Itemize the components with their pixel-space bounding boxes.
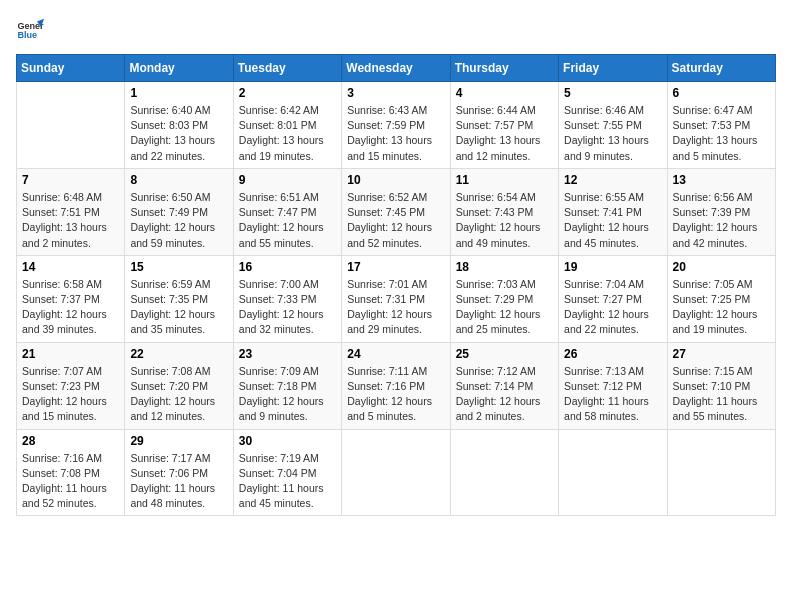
day-number: 30	[239, 434, 336, 448]
calendar-cell: 26Sunrise: 7:13 AMSunset: 7:12 PMDayligh…	[559, 342, 667, 429]
day-info: Sunrise: 6:58 AMSunset: 7:37 PMDaylight:…	[22, 277, 119, 338]
logo-icon: General Blue	[16, 16, 44, 44]
day-info: Sunrise: 7:15 AMSunset: 7:10 PMDaylight:…	[673, 364, 770, 425]
day-number: 16	[239, 260, 336, 274]
day-info: Sunrise: 6:50 AMSunset: 7:49 PMDaylight:…	[130, 190, 227, 251]
day-info: Sunrise: 6:55 AMSunset: 7:41 PMDaylight:…	[564, 190, 661, 251]
day-number: 2	[239, 86, 336, 100]
day-number: 12	[564, 173, 661, 187]
page-header: General Blue	[16, 16, 776, 44]
calendar-cell: 18Sunrise: 7:03 AMSunset: 7:29 PMDayligh…	[450, 255, 558, 342]
day-number: 18	[456, 260, 553, 274]
calendar-cell: 23Sunrise: 7:09 AMSunset: 7:18 PMDayligh…	[233, 342, 341, 429]
day-number: 10	[347, 173, 444, 187]
calendar-cell: 6Sunrise: 6:47 AMSunset: 7:53 PMDaylight…	[667, 82, 775, 169]
day-info: Sunrise: 7:19 AMSunset: 7:04 PMDaylight:…	[239, 451, 336, 512]
day-number: 26	[564, 347, 661, 361]
day-number: 7	[22, 173, 119, 187]
day-info: Sunrise: 7:17 AMSunset: 7:06 PMDaylight:…	[130, 451, 227, 512]
day-number: 21	[22, 347, 119, 361]
day-info: Sunrise: 6:43 AMSunset: 7:59 PMDaylight:…	[347, 103, 444, 164]
day-info: Sunrise: 6:51 AMSunset: 7:47 PMDaylight:…	[239, 190, 336, 251]
day-info: Sunrise: 7:11 AMSunset: 7:16 PMDaylight:…	[347, 364, 444, 425]
day-info: Sunrise: 7:04 AMSunset: 7:27 PMDaylight:…	[564, 277, 661, 338]
calendar-cell: 1Sunrise: 6:40 AMSunset: 8:03 PMDaylight…	[125, 82, 233, 169]
logo: General Blue	[16, 16, 48, 44]
day-info: Sunrise: 7:00 AMSunset: 7:33 PMDaylight:…	[239, 277, 336, 338]
calendar-cell: 29Sunrise: 7:17 AMSunset: 7:06 PMDayligh…	[125, 429, 233, 516]
day-number: 19	[564, 260, 661, 274]
col-header-saturday: Saturday	[667, 55, 775, 82]
calendar-cell: 3Sunrise: 6:43 AMSunset: 7:59 PMDaylight…	[342, 82, 450, 169]
calendar-header-row: SundayMondayTuesdayWednesdayThursdayFrid…	[17, 55, 776, 82]
day-info: Sunrise: 7:09 AMSunset: 7:18 PMDaylight:…	[239, 364, 336, 425]
calendar-cell: 9Sunrise: 6:51 AMSunset: 7:47 PMDaylight…	[233, 168, 341, 255]
day-info: Sunrise: 7:08 AMSunset: 7:20 PMDaylight:…	[130, 364, 227, 425]
day-info: Sunrise: 7:07 AMSunset: 7:23 PMDaylight:…	[22, 364, 119, 425]
calendar-cell	[450, 429, 558, 516]
calendar-cell	[342, 429, 450, 516]
day-number: 25	[456, 347, 553, 361]
calendar-cell: 11Sunrise: 6:54 AMSunset: 7:43 PMDayligh…	[450, 168, 558, 255]
day-info: Sunrise: 6:46 AMSunset: 7:55 PMDaylight:…	[564, 103, 661, 164]
calendar-cell: 7Sunrise: 6:48 AMSunset: 7:51 PMDaylight…	[17, 168, 125, 255]
day-info: Sunrise: 6:44 AMSunset: 7:57 PMDaylight:…	[456, 103, 553, 164]
day-number: 5	[564, 86, 661, 100]
calendar-cell: 12Sunrise: 6:55 AMSunset: 7:41 PMDayligh…	[559, 168, 667, 255]
calendar-table: SundayMondayTuesdayWednesdayThursdayFrid…	[16, 54, 776, 516]
calendar-cell: 19Sunrise: 7:04 AMSunset: 7:27 PMDayligh…	[559, 255, 667, 342]
calendar-cell: 5Sunrise: 6:46 AMSunset: 7:55 PMDaylight…	[559, 82, 667, 169]
calendar-cell: 4Sunrise: 6:44 AMSunset: 7:57 PMDaylight…	[450, 82, 558, 169]
day-number: 28	[22, 434, 119, 448]
day-number: 24	[347, 347, 444, 361]
day-info: Sunrise: 6:52 AMSunset: 7:45 PMDaylight:…	[347, 190, 444, 251]
col-header-thursday: Thursday	[450, 55, 558, 82]
col-header-friday: Friday	[559, 55, 667, 82]
day-number: 27	[673, 347, 770, 361]
day-info: Sunrise: 7:16 AMSunset: 7:08 PMDaylight:…	[22, 451, 119, 512]
day-info: Sunrise: 7:05 AMSunset: 7:25 PMDaylight:…	[673, 277, 770, 338]
day-info: Sunrise: 6:54 AMSunset: 7:43 PMDaylight:…	[456, 190, 553, 251]
calendar-week-row: 7Sunrise: 6:48 AMSunset: 7:51 PMDaylight…	[17, 168, 776, 255]
day-number: 3	[347, 86, 444, 100]
calendar-cell: 17Sunrise: 7:01 AMSunset: 7:31 PMDayligh…	[342, 255, 450, 342]
calendar-cell: 25Sunrise: 7:12 AMSunset: 7:14 PMDayligh…	[450, 342, 558, 429]
day-number: 22	[130, 347, 227, 361]
day-number: 1	[130, 86, 227, 100]
day-number: 20	[673, 260, 770, 274]
col-header-monday: Monday	[125, 55, 233, 82]
day-number: 6	[673, 86, 770, 100]
svg-text:Blue: Blue	[17, 30, 37, 40]
day-info: Sunrise: 6:40 AMSunset: 8:03 PMDaylight:…	[130, 103, 227, 164]
calendar-cell: 13Sunrise: 6:56 AMSunset: 7:39 PMDayligh…	[667, 168, 775, 255]
calendar-cell: 2Sunrise: 6:42 AMSunset: 8:01 PMDaylight…	[233, 82, 341, 169]
col-header-sunday: Sunday	[17, 55, 125, 82]
calendar-cell: 28Sunrise: 7:16 AMSunset: 7:08 PMDayligh…	[17, 429, 125, 516]
calendar-cell: 14Sunrise: 6:58 AMSunset: 7:37 PMDayligh…	[17, 255, 125, 342]
calendar-week-row: 21Sunrise: 7:07 AMSunset: 7:23 PMDayligh…	[17, 342, 776, 429]
calendar-cell: 22Sunrise: 7:08 AMSunset: 7:20 PMDayligh…	[125, 342, 233, 429]
calendar-cell	[17, 82, 125, 169]
calendar-week-row: 28Sunrise: 7:16 AMSunset: 7:08 PMDayligh…	[17, 429, 776, 516]
day-number: 9	[239, 173, 336, 187]
day-info: Sunrise: 6:48 AMSunset: 7:51 PMDaylight:…	[22, 190, 119, 251]
calendar-week-row: 14Sunrise: 6:58 AMSunset: 7:37 PMDayligh…	[17, 255, 776, 342]
day-number: 4	[456, 86, 553, 100]
calendar-cell: 24Sunrise: 7:11 AMSunset: 7:16 PMDayligh…	[342, 342, 450, 429]
day-info: Sunrise: 6:56 AMSunset: 7:39 PMDaylight:…	[673, 190, 770, 251]
day-info: Sunrise: 7:01 AMSunset: 7:31 PMDaylight:…	[347, 277, 444, 338]
calendar-cell: 21Sunrise: 7:07 AMSunset: 7:23 PMDayligh…	[17, 342, 125, 429]
calendar-cell: 15Sunrise: 6:59 AMSunset: 7:35 PMDayligh…	[125, 255, 233, 342]
day-info: Sunrise: 6:47 AMSunset: 7:53 PMDaylight:…	[673, 103, 770, 164]
calendar-cell: 8Sunrise: 6:50 AMSunset: 7:49 PMDaylight…	[125, 168, 233, 255]
day-number: 23	[239, 347, 336, 361]
day-info: Sunrise: 7:12 AMSunset: 7:14 PMDaylight:…	[456, 364, 553, 425]
day-number: 17	[347, 260, 444, 274]
calendar-cell: 10Sunrise: 6:52 AMSunset: 7:45 PMDayligh…	[342, 168, 450, 255]
col-header-wednesday: Wednesday	[342, 55, 450, 82]
calendar-cell: 27Sunrise: 7:15 AMSunset: 7:10 PMDayligh…	[667, 342, 775, 429]
day-number: 29	[130, 434, 227, 448]
calendar-cell: 20Sunrise: 7:05 AMSunset: 7:25 PMDayligh…	[667, 255, 775, 342]
day-info: Sunrise: 7:03 AMSunset: 7:29 PMDaylight:…	[456, 277, 553, 338]
day-number: 8	[130, 173, 227, 187]
